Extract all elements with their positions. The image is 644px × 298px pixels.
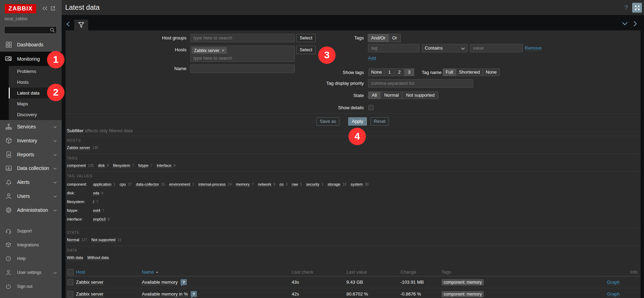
show-tags-3[interactable]: 3 — [405, 68, 414, 76]
sidebar-item-label: Administration — [17, 207, 53, 213]
subfilter-link[interactable]: enp0s3 — [93, 217, 106, 222]
subfilter-link[interactable]: storage — [328, 182, 340, 187]
subfilter-link[interactable]: sda — [93, 191, 99, 195]
subfilter-link[interactable]: fstype — [138, 163, 148, 168]
host-chip[interactable]: Zabbix server× — [192, 47, 227, 54]
apply-button[interactable]: Apply — [348, 117, 367, 126]
sidebar-item-support[interactable]: Support — [0, 224, 62, 238]
subfilter-link[interactable]: memory — [236, 182, 250, 187]
show-details-checkbox[interactable] — [368, 105, 374, 110]
sidebar-popout-icon[interactable] — [50, 6, 56, 11]
row-checkbox[interactable] — [67, 279, 74, 285]
host-link[interactable]: Zabbix server — [76, 280, 104, 285]
subfilter-link[interactable]: Normal — [67, 238, 79, 242]
column-header-host[interactable]: Host — [76, 268, 85, 276]
hosts-input[interactable]: Zabbix server× type here to search — [190, 46, 295, 62]
tags-operator-or[interactable]: Or — [389, 34, 400, 42]
subfilter-link[interactable]: security — [306, 182, 320, 187]
subfilter-link[interactable]: application — [93, 182, 112, 187]
tag-chip[interactable]: component: memory — [442, 279, 484, 285]
sidebar-search-input[interactable] — [4, 26, 57, 34]
subfilter-link[interactable]: Without data — [87, 255, 109, 260]
save-as-button[interactable]: Save as — [316, 117, 339, 126]
tags-operator-andor[interactable]: And/Or — [368, 34, 389, 42]
hosts-select-button[interactable]: Select — [296, 46, 316, 54]
subfilter-link[interactable]: os — [279, 182, 284, 187]
tag-name-none[interactable]: None — [483, 68, 500, 76]
tag-input[interactable]: tag — [368, 44, 420, 52]
subfilter-link[interactable]: data-collector — [136, 182, 159, 187]
sidebar-item-label: Alerts — [17, 179, 53, 185]
help-icon[interactable]: ? — [624, 0, 628, 15]
row-checkbox[interactable] — [67, 291, 74, 297]
graph-link[interactable]: Graph — [607, 291, 620, 297]
subfilter-link[interactable]: filesystem — [113, 163, 130, 168]
sidebar-item-discovery[interactable]: Discovery — [9, 109, 62, 120]
sidebar-item-reports[interactable]: Reports — [0, 148, 62, 162]
subfilter-link[interactable]: disk — [98, 163, 105, 168]
reset-button[interactable]: Reset — [370, 117, 389, 126]
subfilter-item: Not supported12 — [91, 238, 121, 242]
name-input[interactable] — [190, 65, 295, 73]
show-tags-1[interactable]: 1 — [385, 68, 394, 76]
show-tags-none[interactable]: None — [368, 68, 385, 76]
filter-tab[interactable] — [74, 20, 88, 30]
sidebar-collapse-icon[interactable] — [42, 6, 48, 11]
collapse-filter-chevron-icon[interactable] — [622, 22, 628, 26]
graph-link[interactable]: Graph — [607, 280, 620, 285]
subfilter-link[interactable]: interface — [157, 163, 171, 168]
subfilter-link[interactable]: ext4 — [93, 208, 100, 213]
sidebar-item-users[interactable]: Users — [0, 189, 62, 203]
select-all-checkbox[interactable] — [67, 269, 74, 275]
item-help-icon[interactable]: ? — [181, 279, 187, 285]
sidebar-item-data-collection[interactable]: Data collection — [0, 162, 62, 176]
tag-name-shortened[interactable]: Shortened — [456, 68, 483, 76]
tag-name-full[interactable]: Full — [443, 68, 456, 76]
tag-remove-link[interactable]: Remove — [525, 44, 542, 52]
subfilter-link[interactable]: internal-process — [198, 182, 225, 187]
item-help-icon[interactable]: ? — [191, 291, 197, 297]
sidebar-item-user-settings[interactable]: User settings — [0, 266, 62, 280]
item-name-link[interactable]: Available memory in % — [142, 291, 188, 297]
fullscreen-button[interactable] — [632, 3, 642, 13]
sidebar-item-inventory[interactable]: Inventory — [0, 134, 62, 148]
item-name-link[interactable]: Available memory — [142, 280, 178, 285]
cell-last-check: 43s — [292, 276, 299, 288]
subfilter-link[interactable]: cpu — [120, 182, 126, 187]
tag-value-input[interactable]: value — [470, 44, 523, 52]
tag-operator-select[interactable]: Contains — [422, 44, 468, 52]
subfilter-link[interactable]: Zabbix server — [67, 146, 90, 150]
sidebar-item-dashboards[interactable]: Dashboards — [0, 38, 62, 52]
subfilter-link[interactable]: system — [351, 182, 363, 187]
subfilter-link[interactable]: Not supported — [91, 238, 115, 242]
tag-display-priority-input[interactable]: comma-separated list — [368, 79, 473, 88]
sidebar-item-help[interactable]: ?Help — [0, 252, 62, 266]
subfilter-link[interactable]: raw — [292, 182, 298, 187]
state-not-supported[interactable]: Not supported — [402, 91, 438, 99]
filter-back-chevron-icon[interactable] — [66, 21, 70, 27]
sidebar-item-services[interactable]: Services — [0, 120, 62, 134]
host-link[interactable]: Zabbix server — [76, 291, 104, 297]
tag-add-link[interactable]: Add — [368, 55, 376, 62]
show-tags-2[interactable]: 2 — [394, 68, 404, 76]
host-groups-select-button[interactable]: Select — [296, 34, 316, 42]
subfilter-link[interactable]: / — [93, 200, 94, 204]
sidebar-item-administration[interactable]: Administration — [0, 203, 62, 217]
subfilter-row: disk:sda8 — [67, 189, 641, 198]
subfilter-item: storage18 — [328, 182, 346, 186]
sidebar-item-integrations[interactable]: Integrations — [0, 238, 62, 252]
subfilter-link[interactable]: network — [258, 182, 271, 187]
column-header-name[interactable]: Name▲ — [142, 268, 159, 276]
next-page-chevron-icon[interactable] — [633, 21, 637, 27]
sidebar-item-sign-out[interactable]: Sign out — [0, 280, 62, 293]
subfilter-link[interactable]: With data — [67, 255, 83, 260]
zabbix-logo[interactable]: ZABBIX — [5, 4, 36, 13]
chip-remove-icon[interactable]: × — [222, 48, 224, 53]
subfilter-link[interactable]: environment — [169, 182, 190, 187]
subfilter-link[interactable]: component — [67, 163, 86, 168]
tag-chip[interactable]: component: memory — [442, 291, 484, 297]
state-normal[interactable]: Normal — [381, 91, 402, 99]
sidebar-item-alerts[interactable]: Alerts — [0, 175, 62, 189]
host-groups-input[interactable]: type here to search — [190, 34, 295, 42]
state-all[interactable]: All — [368, 91, 381, 99]
